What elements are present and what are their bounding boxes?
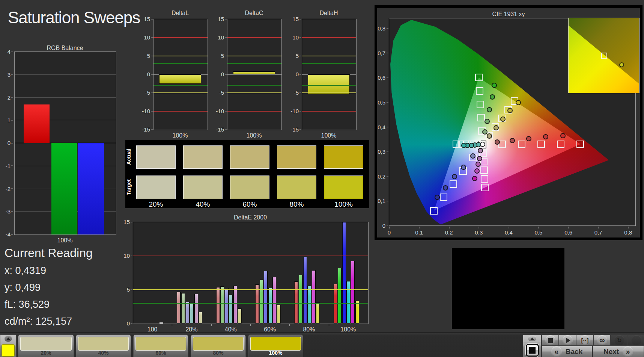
- deltae-bar-20%-yellow: [199, 312, 202, 324]
- swatch-label: 20%: [18, 350, 74, 356]
- play-glyph: [566, 338, 570, 343]
- cie-xtick-label: 0,5: [535, 229, 543, 236]
- deltae-title: DeltaE 2000: [133, 214, 368, 221]
- cie-target-square-red-60: [537, 141, 545, 148]
- compare-swatch-actual-100%: [324, 145, 363, 169]
- current-reading-y: y: 0,499: [5, 282, 41, 293]
- delta-x-label: 100%: [302, 132, 356, 139]
- deltae-ytick-label: 0: [116, 320, 130, 327]
- transport-refresh-button[interactable]: ↻: [611, 334, 628, 346]
- delta-ytick-label: -5: [210, 89, 224, 96]
- compare-col-label: 60%: [242, 200, 257, 209]
- calman-saturation-sweeps-screen: Saturation Sweeps RGB Balance43210-1-2-3…: [0, 0, 644, 357]
- limit-line: [153, 111, 208, 112]
- deltae-bar-100%-magenta: [351, 261, 355, 324]
- deltae-bar-40%-cyan: [229, 295, 233, 324]
- compare-swatch-actual-40%: [183, 145, 223, 169]
- compare-swatch-target-40%: [183, 175, 223, 199]
- transport-extra-button[interactable]: [628, 334, 644, 346]
- extra-icon: [631, 335, 641, 345]
- cie-measurement-red-60: [526, 136, 531, 141]
- pattern-window-button[interactable]: [526, 344, 539, 357]
- swatch-chip-60%: [135, 337, 186, 351]
- cie-measurement-green-100: [492, 83, 497, 88]
- swatch-chip-40%: [78, 337, 129, 351]
- bottom-toolbar: 20%40%60%80%100%[··]∞↻«BackNext»: [0, 332, 644, 357]
- cie-measurement-blue-40: [461, 165, 466, 170]
- deltae-bar-80%-magenta: [312, 270, 316, 324]
- saturation-swatch-button-20%[interactable]: 20%: [18, 334, 74, 357]
- deltae-bar-40%-green: [220, 286, 224, 324]
- cie-xtick-label: 0,2: [445, 229, 453, 236]
- transport-loop-button[interactable]: ∞: [593, 334, 611, 346]
- deltae-limit-line: [133, 289, 368, 290]
- limit-line: [227, 63, 281, 64]
- saturation-swatch-button-100%[interactable]: 100%: [248, 334, 303, 357]
- delta-ytick-label: -10: [210, 108, 224, 114]
- deltae-ytick-label: 5: [116, 286, 130, 293]
- preview-window: [452, 248, 564, 329]
- pattern-window-collapse-button[interactable]: [528, 336, 536, 341]
- delta-ytick-label: -15: [136, 126, 150, 133]
- cie-measurement-yellow-60: [500, 116, 506, 122]
- back-button[interactable]: «Back: [542, 346, 592, 357]
- cie-ytick-label: 0,1: [371, 198, 385, 204]
- cell-divider: [523, 342, 541, 342]
- cie-target-square-blue-80: [440, 194, 447, 201]
- swatch-label: 100%: [248, 350, 303, 356]
- swatch-label: 80%: [191, 350, 245, 356]
- saturation-swatch-button-40%[interactable]: 40%: [76, 334, 131, 357]
- cie-ytick-label: 0,4: [371, 124, 385, 130]
- saturation-swatch-button-80%[interactable]: 80%: [191, 334, 246, 357]
- limit-line: [227, 56, 281, 56]
- rgb-balance-title: RGB Balance: [14, 45, 116, 51]
- delta-ytick-label: 5: [136, 53, 150, 59]
- delta-chart-plot-deltac: [227, 19, 282, 130]
- transport-play-button[interactable]: [559, 334, 576, 346]
- deltae-bar-100-yellow: [159, 322, 163, 324]
- cie-xtick-label: 0,7: [594, 229, 602, 236]
- cie-target-square-red-100: [576, 141, 584, 148]
- rgb-balance-ytick-label: -1: [0, 162, 11, 169]
- limit-line: [302, 85, 356, 86]
- delta-ytick-label: -10: [136, 108, 150, 114]
- delta-ytick-label: 15: [136, 16, 150, 22]
- deltae-bar-20%-green: [181, 293, 185, 324]
- cie-ytick-label: 0,3: [371, 148, 385, 155]
- next-button[interactable]: Next»: [593, 346, 644, 357]
- next-chevron-icon: »: [623, 346, 633, 357]
- cie-target-square-green-60: [477, 101, 484, 108]
- transport-stop-button[interactable]: [542, 334, 559, 346]
- compare-swatch-target-80%: [277, 175, 316, 199]
- rgb-balance-gridline: [15, 97, 116, 98]
- delta-ytick-label: -15: [210, 126, 224, 133]
- cie-target-square-cyan-100: [453, 141, 460, 148]
- deltae-plot: [133, 222, 369, 324]
- pattern-window-cell: [523, 334, 541, 357]
- swatch-chip-100%: [250, 337, 301, 351]
- transport-marker-button[interactable]: [··]: [576, 334, 593, 346]
- delta-x-label: 100%: [227, 132, 281, 139]
- rgb-balance-ytick-label: 0: [0, 140, 11, 146]
- cie-xtick-label: 0,6: [564, 229, 572, 236]
- delta-chart-title-deltah: DeltaH: [302, 10, 356, 17]
- cie-target-square-green-80: [476, 87, 483, 95]
- rgb-balance-ytick-label: 1: [0, 117, 11, 123]
- rgb-balance-bar-green: [51, 143, 77, 234]
- loop-icon: ∞: [597, 335, 607, 345]
- saturation-swatch-button-60%[interactable]: 60%: [133, 334, 188, 357]
- collapse-panel-button[interactable]: [5, 336, 12, 342]
- deltae-bar-80%-yellow: [316, 303, 320, 324]
- marker-icon: [··]: [580, 335, 590, 345]
- rgb-balance-ytick-label: 2: [0, 94, 11, 100]
- cie-inset-measurement: [619, 62, 624, 67]
- delta-ytick-label: 0: [284, 71, 299, 77]
- current-patch-swatch[interactable]: [2, 344, 15, 357]
- deltae-bar-100%-cyan: [346, 281, 350, 324]
- deltae-limit-line: [133, 256, 368, 256]
- deltae-bar-60%-cyan: [268, 288, 272, 324]
- delta-chart-plot-deltal: [153, 19, 208, 130]
- stop-glyph: [548, 338, 553, 343]
- deltae-limit-line: [133, 303, 368, 304]
- delta-chart-title-deltac: DeltaC: [227, 10, 281, 17]
